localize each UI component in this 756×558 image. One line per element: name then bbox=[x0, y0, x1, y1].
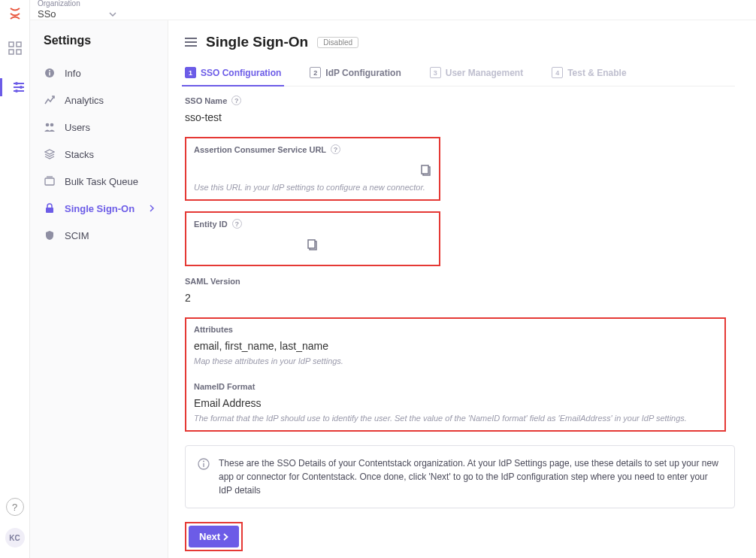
sidebar-item-stacks[interactable]: Stacks bbox=[30, 141, 168, 168]
avatar[interactable]: KC bbox=[5, 528, 25, 547]
sidebar-item-label: Analytics bbox=[65, 95, 104, 106]
svg-rect-13 bbox=[46, 208, 53, 213]
svg-point-11 bbox=[50, 123, 54, 127]
svg-point-6 bbox=[15, 89, 18, 92]
sidebar-item-info[interactable]: Info bbox=[30, 59, 168, 86]
svg-point-20 bbox=[203, 461, 204, 462]
sidebar-item-label: Users bbox=[65, 122, 90, 133]
status-badge: Disabled bbox=[317, 37, 358, 48]
tab-sso-configuration[interactable]: 1 SSO Configuration bbox=[185, 67, 281, 86]
saml-version-value: 2 bbox=[185, 292, 735, 304]
next-button-highlight: Next bbox=[185, 522, 243, 551]
settings-sidebar: Settings Info Analytics Users Stacks bbox=[30, 20, 168, 558]
sidebar-item-label: Single Sign-On bbox=[65, 203, 135, 214]
help-tooltip-icon[interactable]: ? bbox=[231, 96, 241, 105]
sso-name-label: SSO Name ? bbox=[185, 96, 735, 105]
shield-icon bbox=[44, 229, 56, 241]
sidebar-item-analytics[interactable]: Analytics bbox=[30, 86, 168, 114]
topbar: Organization SSo bbox=[30, 0, 756, 20]
step-number: 3 bbox=[430, 67, 441, 78]
app-logo bbox=[8, 6, 23, 21]
svg-rect-2 bbox=[9, 50, 14, 54]
main-content: Single Sign-On Disabled 1 SSO Configurat… bbox=[168, 20, 756, 558]
svg-rect-3 bbox=[17, 50, 21, 54]
config-tabs: 1 SSO Configuration 2 IdP Configuration … bbox=[185, 67, 735, 86]
sso-name-value: sso-test bbox=[185, 111, 735, 123]
stacks-icon bbox=[44, 148, 56, 160]
attributes-hint: Map these attributes in your IdP setting… bbox=[194, 356, 717, 365]
svg-rect-19 bbox=[203, 463, 204, 467]
queue-icon bbox=[44, 175, 56, 187]
sidebar-item-bulk-task-queue[interactable]: Bulk Task Queue bbox=[30, 168, 168, 195]
svg-point-9 bbox=[49, 70, 50, 71]
tab-label: User Management bbox=[446, 68, 523, 78]
org-selector[interactable]: SSo bbox=[38, 8, 116, 20]
nameid-hint: The format that the IdP should use to id… bbox=[194, 414, 717, 423]
saml-version-label: SAML Version bbox=[185, 277, 735, 286]
org-label: Organization bbox=[38, 0, 116, 8]
chevron-down-icon bbox=[109, 12, 116, 17]
attributes-label: Attributes bbox=[194, 325, 717, 334]
copy-icon[interactable] bbox=[421, 165, 431, 177]
tab-idp-configuration[interactable]: 2 IdP Configuration bbox=[310, 67, 401, 86]
nameid-value: Email Address bbox=[194, 397, 717, 409]
menu-icon[interactable] bbox=[185, 37, 197, 47]
chevron-right-icon bbox=[223, 533, 228, 541]
svg-point-4 bbox=[15, 82, 18, 85]
info-icon bbox=[198, 458, 210, 497]
acs-url-section: Assertion Consumer Service URL ? Use thi… bbox=[185, 137, 440, 201]
svg-point-5 bbox=[20, 86, 23, 89]
tab-test-enable[interactable]: 4 Test & Enable bbox=[552, 67, 626, 86]
acs-url-hint: Use this URL in your IdP settings to con… bbox=[194, 183, 431, 192]
sidebar-item-label: Info bbox=[65, 68, 81, 79]
step-number: 4 bbox=[552, 67, 563, 78]
info-text: These are the SSO Details of your Conten… bbox=[219, 456, 722, 497]
sidebar-item-label: SCIM bbox=[65, 230, 89, 241]
info-icon bbox=[44, 67, 56, 79]
org-name: SSo bbox=[38, 8, 56, 20]
tab-user-management[interactable]: 3 User Management bbox=[430, 67, 523, 86]
analytics-icon bbox=[44, 94, 56, 106]
apps-icon[interactable] bbox=[6, 39, 24, 57]
sidebar-item-sso[interactable]: Single Sign-On bbox=[30, 195, 168, 222]
step-number: 2 bbox=[310, 67, 321, 78]
copy-icon[interactable] bbox=[307, 239, 318, 251]
tab-label: SSO Configuration bbox=[201, 68, 281, 78]
acs-url-label: Assertion Consumer Service URL ? bbox=[194, 144, 431, 154]
svg-point-10 bbox=[46, 123, 50, 127]
page-header: Single Sign-On Disabled bbox=[185, 34, 735, 50]
next-button[interactable]: Next bbox=[189, 526, 239, 547]
svg-rect-15 bbox=[422, 165, 428, 174]
tab-label: Test & Enable bbox=[567, 68, 626, 78]
entity-id-label: Entity ID ? bbox=[194, 219, 431, 229]
svg-rect-17 bbox=[308, 240, 315, 248]
help-tooltip-icon[interactable]: ? bbox=[232, 219, 242, 229]
tab-label: IdP Configuration bbox=[325, 68, 401, 78]
lock-icon bbox=[44, 202, 56, 214]
page-title: Single Sign-On bbox=[206, 34, 308, 50]
entity-id-section: Entity ID ? bbox=[185, 211, 440, 266]
settings-rail-icon[interactable] bbox=[0, 78, 29, 96]
sidebar-item-label: Stacks bbox=[65, 149, 94, 160]
step-number: 1 bbox=[185, 67, 196, 78]
chevron-right-icon bbox=[150, 205, 154, 212]
users-icon bbox=[44, 121, 56, 133]
help-icon[interactable]: ? bbox=[6, 498, 24, 516]
help-tooltip-icon[interactable]: ? bbox=[331, 144, 340, 154]
sidebar-item-scim[interactable]: SCIM bbox=[30, 222, 168, 249]
svg-rect-12 bbox=[45, 178, 54, 185]
attributes-value: email, first_name, last_name bbox=[194, 340, 717, 352]
svg-rect-8 bbox=[49, 72, 50, 76]
nameid-label: NameID Format bbox=[194, 382, 717, 391]
sidebar-title: Settings bbox=[30, 34, 168, 59]
info-banner: These are the SSO Details of your Conten… bbox=[185, 445, 735, 508]
attributes-nameid-section: Attributes email, first_name, last_name … bbox=[185, 317, 726, 432]
sidebar-item-label: Bulk Task Queue bbox=[65, 176, 138, 187]
svg-rect-0 bbox=[9, 42, 14, 47]
left-rail: ? KC bbox=[0, 0, 30, 558]
svg-rect-1 bbox=[17, 42, 21, 47]
sidebar-item-users[interactable]: Users bbox=[30, 114, 168, 141]
